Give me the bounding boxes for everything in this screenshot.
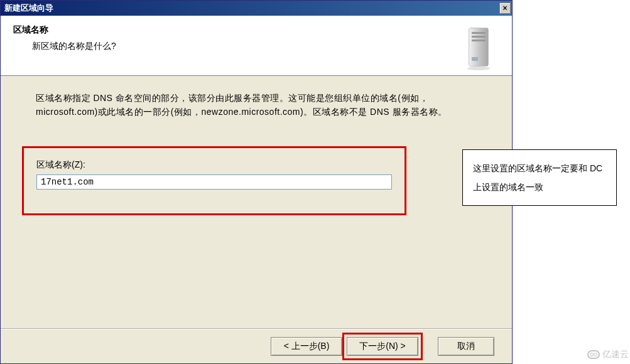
zone-name-input[interactable] bbox=[36, 174, 392, 190]
svg-point-6 bbox=[467, 67, 490, 70]
header-title: 区域名称 bbox=[13, 24, 499, 36]
back-button[interactable]: < 上一步(B) bbox=[271, 337, 342, 356]
wizard-header: 区域名称 新区域的名称是什么? bbox=[1, 16, 512, 76]
cancel-button[interactable]: 取消 bbox=[438, 337, 494, 356]
titlebar: 新建区域向导 × bbox=[1, 1, 512, 16]
watermark: 亿速云 bbox=[587, 349, 629, 360]
watermark-icon bbox=[587, 350, 600, 359]
svg-rect-5 bbox=[472, 57, 478, 61]
watermark-text: 亿速云 bbox=[602, 349, 629, 360]
close-button[interactable]: × bbox=[499, 3, 511, 14]
next-button-highlight: 下一步(N) > bbox=[342, 333, 423, 360]
svg-rect-3 bbox=[472, 36, 486, 38]
next-button[interactable]: 下一步(N) > bbox=[347, 337, 418, 356]
window-title: 新建区域向导 bbox=[4, 3, 53, 14]
server-icon bbox=[463, 26, 494, 71]
body-description: 区域名称指定 DNS 命名空间的部分，该部分由此服务器管理。这可能是您组织单位的… bbox=[36, 91, 477, 119]
wizard-body: 区域名称指定 DNS 命名空间的部分，该部分由此服务器管理。这可能是您组织单位的… bbox=[1, 76, 512, 222]
zone-name-label: 区域名称(Z): bbox=[36, 159, 392, 171]
zone-name-highlight: 区域名称(Z): bbox=[22, 146, 406, 215]
annotation-callout: 这里设置的区域名称一定要和 DC 上设置的域名一致 bbox=[462, 149, 617, 206]
close-icon: × bbox=[502, 4, 507, 13]
button-bar: < 上一步(B) 下一步(N) > 取消 bbox=[1, 328, 512, 363]
svg-rect-4 bbox=[472, 40, 486, 41]
svg-rect-2 bbox=[472, 32, 486, 34]
annotation-text: 这里设置的区域名称一定要和 DC 上设置的域名一致 bbox=[473, 163, 602, 192]
header-subtitle: 新区域的名称是什么? bbox=[32, 41, 499, 52]
wizard-dialog: 新建区域向导 × 区域名称 新区域的名称是什么? 区域名称指定 DN bbox=[0, 0, 513, 364]
